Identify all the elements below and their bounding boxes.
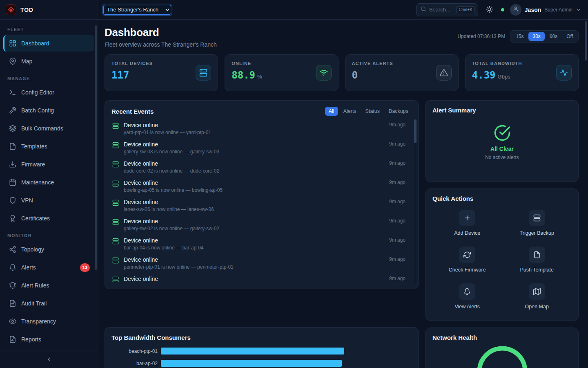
brand: TOD bbox=[0, 0, 98, 20]
avatar bbox=[510, 4, 521, 16]
event-time: 9m ago bbox=[389, 237, 405, 243]
stat-label: TOTAL BANDWIDTH bbox=[472, 61, 522, 66]
server-icon bbox=[112, 200, 119, 206]
event-row[interactable]: Device onlineperimeter-ptp-01 is now onl… bbox=[111, 254, 412, 273]
sidebar-item-bulk-commands[interactable]: Bulk Commands bbox=[3, 120, 94, 137]
event-title: Device online bbox=[124, 276, 384, 282]
user-menu[interactable]: Jason Super Admin bbox=[510, 4, 581, 16]
theme-toggle-button[interactable] bbox=[484, 4, 495, 16]
refresh-option-60s[interactable]: 60s bbox=[546, 32, 561, 41]
sidebar-item-topology[interactable]: Topology bbox=[3, 241, 94, 258]
alert-triangle-icon bbox=[436, 65, 452, 81]
server-icon bbox=[112, 161, 119, 168]
refresh-icon[interactable] bbox=[459, 247, 475, 263]
event-row[interactable]: Device onlineyard-ptp-01 is now online —… bbox=[111, 119, 412, 138]
quick-action-view-alerts[interactable]: View Alerts bbox=[432, 278, 502, 315]
sidebar-item-label: Config Editor bbox=[21, 89, 54, 96]
page-scrollbar-thumb[interactable] bbox=[585, 21, 587, 61]
event-row[interactable]: Device onlinegallery-sw-03 is now online… bbox=[111, 138, 412, 157]
sidebar-item-maintenance[interactable]: Maintenance bbox=[3, 174, 94, 191]
sidebar-item-certificates[interactable]: Certificates bbox=[3, 210, 94, 227]
refresh-option-15s[interactable]: 15s bbox=[512, 32, 528, 41]
events-scrollbar-track[interactable] bbox=[414, 119, 416, 283]
connection-status-dot bbox=[501, 8, 504, 11]
quick-action-open-map[interactable]: Open Map bbox=[502, 278, 572, 315]
calendar-icon bbox=[9, 179, 16, 186]
map-icon[interactable] bbox=[529, 283, 545, 300]
sidebar-item-vpn[interactable]: VPN bbox=[3, 192, 94, 209]
server-icon[interactable] bbox=[529, 210, 545, 226]
stat-label: ACTIVE ALERTS bbox=[352, 61, 393, 66]
event-detail: bowling-ap-05 is now online — bowling-ap… bbox=[124, 187, 384, 193]
bandwidth-bar-track bbox=[161, 360, 412, 367]
content: Dashboard Fleet overview across The Stra… bbox=[98, 20, 588, 368]
sidebar-scrollbar[interactable] bbox=[95, 25, 97, 270]
bandwidth-bars: beach-ptp-01bar-ap-02 bbox=[111, 348, 412, 367]
sidebar-item-alert-rules[interactable]: Alert Rules bbox=[3, 277, 94, 294]
search-shortcut-badge: Cmd+K bbox=[456, 6, 475, 13]
alert-summary-title: Alert Summary bbox=[432, 107, 572, 114]
event-title: Device online bbox=[124, 160, 384, 167]
stat-unit: Gbps bbox=[498, 74, 510, 80]
event-tab-alerts[interactable]: Alerts bbox=[340, 107, 360, 116]
sidebar-collapse-button[interactable] bbox=[0, 352, 98, 368]
stat-card-total-devices: TOTAL DEVICES117 bbox=[105, 54, 218, 91]
event-row[interactable]: Device onlinedude-core-02 is now online … bbox=[111, 157, 412, 177]
sidebar-nav: FLEETDashboardMapMANAGEConfig EditorBatc… bbox=[0, 20, 98, 352]
sidebar-item-firmware[interactable]: Firmware bbox=[3, 156, 94, 173]
sidebar-item-config-editor[interactable]: Config Editor bbox=[3, 84, 94, 101]
sidebar-item-audit-trail[interactable]: Audit Trail bbox=[3, 295, 94, 312]
search-input[interactable]: Search... Cmd+K bbox=[416, 3, 478, 16]
sidebar-item-label: Dashboard bbox=[21, 40, 49, 47]
event-detail: bar-ap-04 is now online — bar-ap-04 bbox=[124, 245, 384, 251]
search-placeholder: Search... bbox=[429, 7, 453, 13]
sidebar-item-map[interactable]: Map bbox=[3, 53, 94, 70]
sidebar-item-label: Topology bbox=[21, 246, 44, 253]
event-time: 9m ago bbox=[389, 199, 405, 204]
event-row[interactable]: Device onlinelanes-sw-06 is now online —… bbox=[111, 196, 412, 215]
sun-icon bbox=[486, 6, 493, 14]
event-row[interactable]: Device onlinegallery-sw-02 is now online… bbox=[111, 215, 412, 234]
events-scrollbar-thumb[interactable] bbox=[414, 119, 416, 143]
server-icon bbox=[196, 65, 211, 81]
sidebar-item-reports[interactable]: Reports bbox=[3, 331, 94, 348]
file-icon[interactable] bbox=[529, 247, 545, 263]
quick-action-label: View Alerts bbox=[454, 304, 480, 310]
report-icon bbox=[9, 336, 16, 343]
page-head: Dashboard Fleet overview across The Stra… bbox=[105, 26, 579, 48]
event-detail: gallery-sw-02 is now online — gallery-sw… bbox=[124, 226, 384, 231]
sidebar-item-templates[interactable]: Templates bbox=[3, 138, 94, 155]
server-icon bbox=[112, 142, 119, 148]
sidebar-item-batch-config[interactable]: Batch Config bbox=[3, 102, 94, 119]
event-tab-status[interactable]: Status bbox=[362, 107, 383, 116]
quick-action-check-firmware[interactable]: Check Firmware bbox=[432, 241, 502, 278]
quick-action-push-template[interactable]: Push Template bbox=[502, 241, 572, 278]
refresh-option-30s[interactable]: 30s bbox=[528, 32, 544, 41]
event-row[interactable]: Device onlinebowling-ap-05 is now online… bbox=[111, 177, 412, 196]
refresh-option-off[interactable]: Off bbox=[562, 32, 577, 41]
event-tab-backups[interactable]: Backups bbox=[385, 107, 412, 116]
event-tab-all[interactable]: All bbox=[325, 107, 338, 116]
sidebar-item-dashboard[interactable]: Dashboard bbox=[3, 35, 94, 52]
audit-icon bbox=[9, 300, 16, 307]
site-selector[interactable]: The Stranger's Ranch bbox=[103, 5, 171, 15]
bell-icon[interactable] bbox=[459, 283, 475, 300]
terminal-icon bbox=[9, 89, 16, 96]
sidebar-item-alerts[interactable]: Alerts13 bbox=[3, 259, 94, 276]
quick-action-trigger-backup[interactable]: Trigger Backup bbox=[502, 204, 572, 241]
bandwidth-bar bbox=[161, 348, 344, 355]
sidebar-item-transparency[interactable]: Transparency bbox=[3, 313, 94, 330]
quick-action-add-device[interactable]: Add Device bbox=[432, 204, 502, 241]
event-title: Device online bbox=[124, 218, 384, 224]
stat-value: 88.9 bbox=[232, 70, 255, 81]
event-row[interactable]: Device online9m ago bbox=[111, 273, 412, 282]
chevron-left-icon bbox=[46, 356, 52, 364]
event-row[interactable]: Device onlinebar-ap-04 is now online — b… bbox=[111, 234, 412, 254]
user-icon bbox=[513, 6, 519, 13]
user-name: Jason bbox=[525, 7, 541, 13]
plus-icon[interactable] bbox=[459, 210, 475, 226]
stat-label: TOTAL DEVICES bbox=[111, 61, 153, 66]
stat-card-total-bandwidth: TOTAL BANDWIDTH4.39Gbps bbox=[465, 54, 579, 91]
quick-action-label: Trigger Backup bbox=[520, 230, 554, 236]
app-name: TOD bbox=[20, 7, 33, 13]
